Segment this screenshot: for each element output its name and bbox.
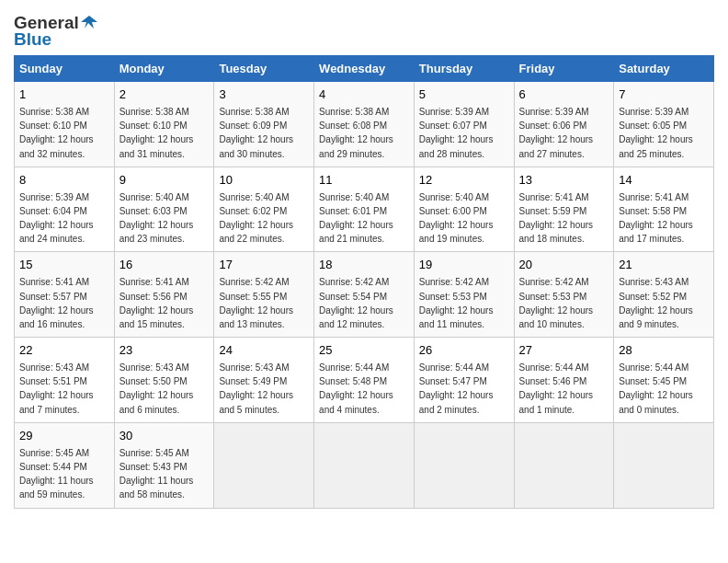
calendar-cell: 12Sunrise: 5:40 AM Sunset: 6:00 PM Dayli… [414, 167, 514, 252]
calendar-cell: 24Sunrise: 5:43 AM Sunset: 5:49 PM Dayli… [214, 338, 314, 423]
day-number: 5 [419, 86, 509, 104]
day-number: 10 [219, 172, 309, 190]
calendar-cell: 22Sunrise: 5:43 AM Sunset: 5:51 PM Dayli… [15, 338, 115, 423]
day-number: 9 [119, 172, 210, 190]
day-number: 27 [519, 342, 609, 360]
day-info: Sunrise: 5:38 AM Sunset: 6:09 PM Dayligh… [219, 107, 293, 159]
calendar-cell: 1Sunrise: 5:38 AM Sunset: 6:10 PM Daylig… [15, 82, 115, 167]
calendar-cell: 11Sunrise: 5:40 AM Sunset: 6:01 PM Dayli… [314, 167, 415, 252]
calendar-cell: 19Sunrise: 5:42 AM Sunset: 5:53 PM Dayli… [414, 252, 514, 338]
day-number: 6 [519, 86, 609, 104]
day-info: Sunrise: 5:43 AM Sunset: 5:51 PM Dayligh… [19, 362, 94, 415]
logo-bird-icon [81, 14, 97, 30]
day-info: Sunrise: 5:44 AM Sunset: 5:46 PM Dayligh… [519, 362, 594, 415]
day-number: 24 [219, 342, 309, 360]
calendar-cell: 14Sunrise: 5:41 AM Sunset: 5:58 PM Dayli… [614, 167, 714, 252]
logo: General Blue [14, 9, 97, 50]
day-number: 25 [319, 342, 409, 360]
calendar-cell: 5Sunrise: 5:39 AM Sunset: 6:07 PM Daylig… [414, 82, 514, 167]
calendar-cell [514, 422, 614, 508]
col-header-thursday: Thursday [414, 56, 514, 82]
calendar-week-row: 1Sunrise: 5:38 AM Sunset: 6:10 PM Daylig… [15, 82, 714, 167]
calendar-week-row: 29Sunrise: 5:45 AM Sunset: 5:44 PM Dayli… [15, 422, 714, 508]
day-number: 21 [619, 257, 709, 274]
day-number: 16 [119, 257, 210, 274]
calendar-cell: 16Sunrise: 5:41 AM Sunset: 5:56 PM Dayli… [114, 252, 214, 338]
col-header-tuesday: Tuesday [214, 56, 314, 82]
calendar-cell: 23Sunrise: 5:43 AM Sunset: 5:50 PM Dayli… [114, 338, 214, 423]
day-info: Sunrise: 5:42 AM Sunset: 5:55 PM Dayligh… [219, 277, 293, 329]
day-info: Sunrise: 5:41 AM Sunset: 5:58 PM Dayligh… [619, 192, 693, 245]
day-number: 22 [19, 342, 109, 360]
day-info: Sunrise: 5:41 AM Sunset: 5:59 PM Dayligh… [519, 192, 594, 245]
calendar-cell: 30Sunrise: 5:45 AM Sunset: 5:43 PM Dayli… [114, 422, 214, 508]
day-number: 17 [219, 257, 309, 274]
calendar-cell: 29Sunrise: 5:45 AM Sunset: 5:44 PM Dayli… [15, 422, 115, 508]
calendar-cell: 7Sunrise: 5:39 AM Sunset: 6:05 PM Daylig… [614, 82, 714, 167]
logo-blue-text: Blue [14, 29, 51, 50]
col-header-monday: Monday [114, 56, 214, 82]
day-info: Sunrise: 5:38 AM Sunset: 6:08 PM Dayligh… [319, 107, 393, 159]
calendar-cell [614, 422, 714, 508]
day-info: Sunrise: 5:45 AM Sunset: 5:44 PM Dayligh… [19, 448, 94, 500]
day-info: Sunrise: 5:39 AM Sunset: 6:05 PM Dayligh… [619, 107, 693, 159]
day-info: Sunrise: 5:41 AM Sunset: 5:56 PM Dayligh… [119, 277, 194, 329]
day-info: Sunrise: 5:42 AM Sunset: 5:53 PM Dayligh… [419, 277, 494, 329]
day-info: Sunrise: 5:40 AM Sunset: 6:01 PM Dayligh… [319, 192, 393, 245]
day-number: 13 [519, 172, 609, 190]
day-number: 15 [19, 257, 109, 274]
calendar-cell: 3Sunrise: 5:38 AM Sunset: 6:09 PM Daylig… [214, 82, 314, 167]
day-number: 8 [19, 172, 109, 190]
day-info: Sunrise: 5:42 AM Sunset: 5:53 PM Dayligh… [519, 277, 594, 329]
day-info: Sunrise: 5:44 AM Sunset: 5:45 PM Dayligh… [619, 362, 693, 415]
day-number: 18 [319, 257, 409, 274]
calendar-week-row: 22Sunrise: 5:43 AM Sunset: 5:51 PM Dayli… [15, 338, 714, 423]
col-header-wednesday: Wednesday [314, 56, 415, 82]
calendar-cell: 20Sunrise: 5:42 AM Sunset: 5:53 PM Dayli… [514, 252, 614, 338]
calendar-cell: 21Sunrise: 5:43 AM Sunset: 5:52 PM Dayli… [614, 252, 714, 338]
day-number: 29 [19, 428, 109, 445]
calendar-cell: 25Sunrise: 5:44 AM Sunset: 5:48 PM Dayli… [314, 338, 415, 423]
day-number: 14 [619, 172, 709, 190]
day-info: Sunrise: 5:39 AM Sunset: 6:07 PM Dayligh… [419, 107, 494, 159]
calendar-week-row: 15Sunrise: 5:41 AM Sunset: 5:57 PM Dayli… [15, 252, 714, 338]
calendar-cell: 9Sunrise: 5:40 AM Sunset: 6:03 PM Daylig… [114, 167, 214, 252]
day-info: Sunrise: 5:44 AM Sunset: 5:48 PM Dayligh… [319, 362, 393, 415]
day-number: 2 [119, 86, 210, 104]
calendar-cell: 26Sunrise: 5:44 AM Sunset: 5:47 PM Dayli… [414, 338, 514, 423]
calendar-cell: 4Sunrise: 5:38 AM Sunset: 6:08 PM Daylig… [314, 82, 415, 167]
calendar-cell: 17Sunrise: 5:42 AM Sunset: 5:55 PM Dayli… [214, 252, 314, 338]
day-info: Sunrise: 5:40 AM Sunset: 6:00 PM Dayligh… [419, 192, 494, 245]
calendar-cell: 8Sunrise: 5:39 AM Sunset: 6:04 PM Daylig… [15, 167, 115, 252]
calendar-cell [414, 422, 514, 508]
calendar-table: SundayMondayTuesdayWednesdayThursdayFrid… [14, 55, 714, 509]
col-header-sunday: Sunday [15, 56, 115, 82]
day-number: 1 [19, 86, 109, 104]
calendar-cell [314, 422, 415, 508]
day-number: 19 [419, 257, 509, 274]
day-info: Sunrise: 5:40 AM Sunset: 6:02 PM Dayligh… [219, 192, 293, 245]
day-number: 3 [219, 86, 309, 104]
day-info: Sunrise: 5:40 AM Sunset: 6:03 PM Dayligh… [119, 192, 194, 245]
day-info: Sunrise: 5:45 AM Sunset: 5:43 PM Dayligh… [119, 448, 194, 500]
calendar-cell: 18Sunrise: 5:42 AM Sunset: 5:54 PM Dayli… [314, 252, 415, 338]
calendar-week-row: 8Sunrise: 5:39 AM Sunset: 6:04 PM Daylig… [15, 167, 714, 252]
calendar-cell: 2Sunrise: 5:38 AM Sunset: 6:10 PM Daylig… [114, 82, 214, 167]
day-number: 26 [419, 342, 509, 360]
day-info: Sunrise: 5:44 AM Sunset: 5:47 PM Dayligh… [419, 362, 494, 415]
day-info: Sunrise: 5:39 AM Sunset: 6:04 PM Dayligh… [19, 192, 94, 245]
day-info: Sunrise: 5:38 AM Sunset: 6:10 PM Dayligh… [19, 107, 94, 159]
calendar-cell: 10Sunrise: 5:40 AM Sunset: 6:02 PM Dayli… [214, 167, 314, 252]
day-info: Sunrise: 5:39 AM Sunset: 6:06 PM Dayligh… [519, 107, 594, 159]
col-header-friday: Friday [514, 56, 614, 82]
day-number: 20 [519, 257, 609, 274]
col-header-saturday: Saturday [614, 56, 714, 82]
day-info: Sunrise: 5:43 AM Sunset: 5:52 PM Dayligh… [619, 277, 693, 329]
day-number: 7 [619, 86, 709, 104]
day-number: 30 [119, 428, 210, 445]
day-number: 23 [119, 342, 210, 360]
calendar-cell: 15Sunrise: 5:41 AM Sunset: 5:57 PM Dayli… [15, 252, 115, 338]
day-number: 4 [319, 86, 409, 104]
day-info: Sunrise: 5:41 AM Sunset: 5:57 PM Dayligh… [19, 277, 94, 329]
day-number: 28 [619, 342, 709, 360]
